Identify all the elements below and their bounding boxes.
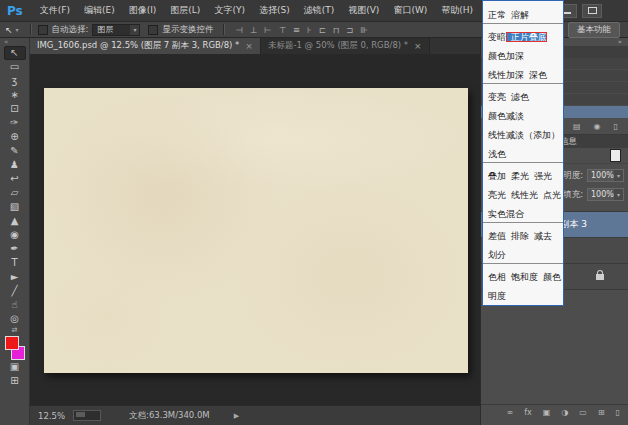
new-document-from-state-icon[interactable]: ▤ — [573, 122, 581, 131]
blend-mode-item[interactable]: 深色 — [524, 70, 547, 80]
zoom-tool[interactable]: ◎ — [4, 312, 26, 326]
blend-mode-item[interactable]: 浅色 — [483, 149, 506, 159]
fill-dropdown-icon[interactable]: ▾ — [614, 189, 623, 200]
show-transform-checkbox[interactable] — [148, 25, 158, 35]
menu-item-1[interactable]: 编辑(E) — [77, 0, 122, 21]
menu-item-4[interactable]: 文字(Y) — [207, 0, 252, 21]
swap-colors-icon[interactable]: ⇄ — [12, 326, 18, 335]
blend-mode-item[interactable]: 亮光 — [483, 190, 506, 200]
align-icon-5[interactable]: ⊦ — [307, 25, 311, 35]
quick-selection-tool[interactable]: ∗ — [4, 88, 26, 102]
eyedropper-tool[interactable]: ✑ — [4, 116, 26, 130]
rectangular-marquee-tool[interactable]: ▭ — [4, 60, 26, 74]
align-icon-9[interactable]: ⊪ — [361, 25, 368, 35]
clone-stamp-tool[interactable]: ♟ — [4, 158, 26, 172]
blend-mode-item[interactable]: 明度 — [483, 291, 506, 301]
opacity-input[interactable]: 100% ▾ — [587, 169, 624, 182]
type-tool[interactable]: T — [4, 256, 26, 270]
blend-mode-item[interactable]: 正常 — [483, 10, 506, 20]
align-icon-6[interactable]: ⊏ — [319, 25, 326, 35]
menu-item-7[interactable]: 视图(V) — [341, 0, 386, 21]
canvas-image[interactable] — [44, 88, 468, 373]
auto-select-dropdown[interactable]: 图层 ▾ — [92, 24, 140, 36]
pen-tool[interactable]: ✒ — [4, 242, 26, 256]
align-icon-8[interactable]: ⊐ — [346, 25, 353, 35]
blend-mode-item[interactable]: 颜色加深 — [483, 51, 524, 61]
close-tab-icon[interactable]: × — [414, 41, 422, 51]
foreground-color-swatch[interactable] — [5, 336, 19, 350]
blend-mode-item[interactable]: 滤色 — [506, 92, 529, 102]
blend-mode-item[interactable]: 正片叠底 — [506, 32, 547, 42]
delete-layer-icon[interactable]: ▯ — [616, 408, 620, 417]
blend-mode-item[interactable]: 柔光 — [506, 171, 529, 181]
restore-button[interactable] — [582, 4, 602, 18]
healing-brush-tool[interactable]: ⊕ — [4, 130, 26, 144]
align-icon-3[interactable]: ⊤ — [279, 25, 286, 35]
layer-mask-icon[interactable]: ▣ — [543, 408, 551, 417]
menu-item-9[interactable]: 帮助(H) — [434, 0, 480, 21]
blend-mode-item[interactable]: 点光 — [538, 190, 561, 200]
menu-item-5[interactable]: 选择(S) — [252, 0, 297, 21]
align-icon-2[interactable]: ⊢ — [264, 25, 271, 35]
crop-tool[interactable]: ⊡ — [4, 102, 26, 116]
menu-item-0[interactable]: 文件(F) — [33, 0, 77, 21]
menu-item-8[interactable]: 窗口(W) — [386, 0, 434, 21]
blend-mode-item[interactable]: 变亮 — [483, 92, 506, 102]
align-icon-4[interactable]: ≡ — [293, 25, 300, 35]
path-selection-tool[interactable]: ► — [4, 270, 26, 284]
auto-select-checkbox[interactable] — [38, 25, 48, 35]
menu-item-3[interactable]: 图层(L) — [163, 0, 207, 21]
layer-style-icon[interactable]: fx — [524, 408, 532, 417]
brush-tool[interactable]: ✎ — [4, 144, 26, 158]
document-tab-inactive[interactable]: 未标题-1 @ 50% (图层 0, RGB/8) * × — [261, 38, 430, 54]
blend-mode-item[interactable]: 色相 — [483, 272, 506, 282]
status-options-arrow-icon[interactable]: ▶ — [234, 412, 239, 420]
blend-mode-item[interactable]: 强光 — [529, 171, 552, 181]
quick-mask-button[interactable]: ▣ — [4, 360, 26, 374]
new-snapshot-icon[interactable]: ◉ — [594, 122, 601, 131]
blur-tool[interactable]: ▲ — [4, 214, 26, 228]
blend-mode-item[interactable]: 颜色减淡 — [483, 111, 524, 121]
zoom-level-field[interactable]: 12.5% — [38, 411, 65, 421]
layer-group-icon[interactable]: ▭ — [579, 408, 587, 417]
new-layer-icon[interactable]: ⊞ — [598, 408, 605, 417]
align-icon-0[interactable]: ⊣ — [235, 25, 242, 35]
lasso-tool[interactable]: ʒ — [4, 74, 26, 88]
status-scrollbar[interactable] — [73, 410, 101, 421]
tools-collapse-icon[interactable]: « — [0, 38, 8, 46]
eraser-tool[interactable]: ▱ — [4, 186, 26, 200]
document-tab-active[interactable]: IMG_1606.psd @ 12.5% (图层 7 副本 3, RGB/8) … — [30, 38, 261, 54]
blend-mode-item[interactable]: 颜色 — [538, 272, 561, 282]
blend-mode-item[interactable]: 溶解 — [506, 10, 529, 20]
opacity-dropdown-icon[interactable]: ▾ — [614, 170, 623, 181]
align-icon-1[interactable]: ⊥ — [250, 25, 257, 35]
menu-item-2[interactable]: 图像(I) — [122, 0, 164, 21]
fill-input[interactable]: 100% ▾ — [587, 188, 624, 201]
blend-mode-item[interactable]: 叠加 — [483, 171, 506, 181]
blend-mode-item[interactable]: 线性光 — [506, 190, 538, 200]
new-adjustment-layer-icon[interactable]: ◑ — [561, 408, 568, 417]
close-tab-icon[interactable]: × — [245, 41, 253, 51]
delete-state-icon[interactable]: ▯ — [614, 122, 618, 131]
history-brush-tool[interactable]: ↩ — [4, 172, 26, 186]
tool-preset-caret-icon[interactable]: ▾ — [16, 26, 19, 33]
scrollbar-thumb[interactable] — [76, 412, 85, 417]
blend-mode-item[interactable]: 线性加深 — [483, 70, 524, 80]
blend-mode-item[interactable]: 排除 — [506, 231, 529, 241]
workspace-button[interactable]: 基本功能 — [568, 22, 620, 38]
menu-item-6[interactable]: 滤镜(T) — [297, 0, 342, 21]
blend-mode-item[interactable]: 减去 — [529, 231, 552, 241]
align-icon-7[interactable]: ⊓ — [333, 25, 340, 35]
blend-mode-item[interactable]: 饱和度 — [506, 272, 538, 282]
blend-mode-item[interactable]: 划分 — [483, 250, 506, 260]
blend-mode-item[interactable]: 变暗 — [483, 32, 506, 42]
hand-tool[interactable]: ☝ — [4, 298, 26, 312]
dodge-tool[interactable]: ◉ — [4, 228, 26, 242]
move-tool[interactable]: ↖ — [4, 46, 26, 60]
gradient-tool[interactable]: ▧ — [4, 200, 26, 214]
screen-mode-button[interactable]: ⊞ — [4, 374, 26, 388]
blend-mode-item[interactable]: 差值 — [483, 231, 506, 241]
line-tool[interactable]: ╱ — [4, 284, 26, 298]
link-layers-icon[interactable]: ∞ — [507, 408, 514, 417]
blend-mode-item[interactable]: 实色混合 — [483, 209, 524, 219]
